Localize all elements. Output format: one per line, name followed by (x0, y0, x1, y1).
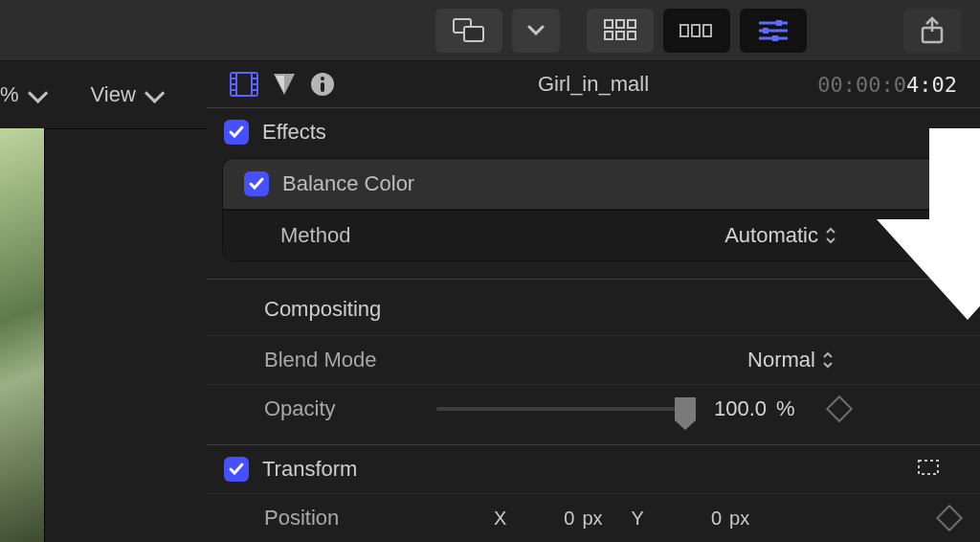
video-inspector-icon[interactable] (230, 72, 258, 97)
method-label: Method (280, 223, 350, 248)
top-toolbar (0, 0, 980, 61)
zoom-percent-label: % (0, 82, 19, 107)
blend-mode-row: Blend Mode Normal (207, 335, 980, 384)
opacity-label: Opacity (264, 396, 436, 421)
compositing-section: Compositing Blend Mode Normal Opacity (207, 279, 980, 433)
clip-duration: 00:00:04:02 (817, 73, 957, 97)
position-y-unit: px (729, 508, 749, 530)
effects-label: Effects (262, 120, 326, 145)
compare-display-button[interactable] (435, 9, 502, 53)
blend-mode-value: Normal (747, 348, 815, 373)
svg-rect-1 (464, 27, 483, 41)
position-y-value[interactable]: 0 (711, 508, 722, 530)
filmstrip-view-button[interactable] (663, 9, 730, 53)
svg-rect-3 (616, 20, 624, 28)
transform-label: Transform (262, 457, 357, 482)
opacity-unit: % (776, 396, 795, 421)
svg-rect-29 (321, 82, 324, 92)
transform-onscreen-icon[interactable] (915, 457, 942, 483)
svg-rect-15 (763, 28, 768, 34)
clip-title: Girl_in_mall (538, 72, 649, 97)
svg-point-28 (321, 77, 324, 80)
position-x-unit: px (582, 508, 602, 530)
display-options-dropdown[interactable] (512, 9, 560, 53)
effects-checkbox[interactable] (224, 120, 249, 145)
svg-rect-8 (680, 25, 688, 36)
position-keyframe[interactable] (936, 505, 963, 531)
transform-checkbox[interactable] (224, 457, 249, 482)
opacity-keyframe[interactable] (825, 395, 852, 422)
grid-icon (604, 19, 636, 42)
share-icon (919, 16, 946, 45)
grid-view-button[interactable] (587, 9, 654, 53)
svg-rect-6 (616, 32, 624, 39)
balance-color-panel: Balance Color Method Automatic (222, 158, 965, 261)
balance-color-label: Balance Color (282, 171, 414, 196)
inspector-panel: Girl_in_mall 00:00:04:02 Effects Balance… (207, 61, 980, 542)
position-x-value[interactable]: 0 (564, 508, 574, 530)
balance-color-header[interactable]: Balance Color (223, 159, 964, 210)
color-inspector-icon[interactable] (272, 72, 297, 97)
svg-rect-2 (605, 20, 612, 28)
inspector-body: Effects Balance Color Method Automatic (207, 108, 980, 542)
effects-section-header[interactable]: Effects (207, 108, 980, 156)
svg-rect-7 (628, 32, 635, 39)
chevron-down-icon (527, 25, 545, 36)
svg-rect-30 (919, 461, 938, 474)
svg-rect-14 (776, 20, 782, 26)
info-inspector-icon[interactable] (310, 72, 335, 97)
svg-rect-5 (605, 32, 612, 39)
svg-rect-16 (772, 35, 778, 41)
svg-rect-9 (692, 25, 700, 36)
popup-arrows-icon (824, 226, 837, 245)
inspector-sliders-button[interactable] (740, 9, 807, 53)
balance-color-method-row: Method Automatic (223, 210, 964, 260)
blend-mode-popup[interactable]: Normal (747, 348, 835, 373)
left-panel: % View (0, 61, 208, 542)
position-row: Position X 0 px Y 0 px (207, 493, 980, 542)
sliders-icon (757, 18, 790, 43)
opacity-value[interactable]: 100.0 (714, 396, 767, 421)
timecode-highlight: 4:02 (906, 73, 957, 97)
compositing-label: Compositing (207, 280, 980, 335)
chevron-down-icon[interactable] (28, 82, 48, 102)
share-button[interactable] (903, 9, 961, 53)
svg-rect-10 (703, 25, 711, 36)
compare-display-icon (453, 18, 485, 43)
method-value: Automatic (724, 223, 818, 248)
svg-rect-4 (628, 20, 635, 28)
filmstrip-icon (679, 23, 714, 38)
opacity-row: Opacity 100.0 % (207, 384, 980, 433)
left-panel-header: % View (0, 61, 207, 129)
position-y-label: Y (632, 508, 644, 530)
transform-section: Transform Position X 0 px Y 0 (207, 444, 980, 542)
blend-mode-label: Blend Mode (264, 348, 436, 373)
method-popup[interactable]: Automatic (724, 223, 837, 248)
popup-arrows-icon (821, 350, 835, 370)
chevron-down-icon[interactable] (145, 82, 165, 102)
balance-color-checkbox[interactable] (244, 171, 269, 196)
timecode-dim: 00:00:0 (817, 73, 906, 97)
view-menu-label[interactable]: View (91, 82, 136, 107)
position-x-label: X (494, 508, 506, 530)
inspector-header: Girl_in_mall 00:00:04:02 (207, 61, 980, 108)
opacity-slider[interactable] (436, 399, 685, 418)
viewer-thumbnail (0, 128, 45, 542)
position-label: Position (264, 506, 436, 531)
